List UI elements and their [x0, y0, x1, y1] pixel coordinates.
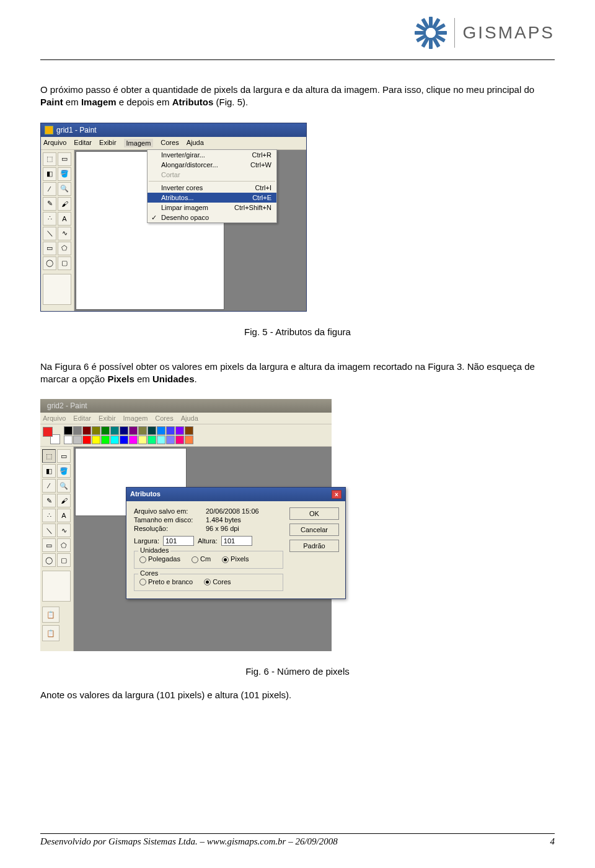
text-tool-icon[interactable]: A [58, 212, 71, 226]
eraser-tool-icon[interactable]: ◧ [42, 464, 56, 478]
rect-tool-icon[interactable]: ▭ [43, 242, 56, 255]
color-swatch[interactable] [101, 426, 110, 435]
color-swatch[interactable] [175, 436, 184, 444]
color-swatch[interactable] [157, 426, 165, 435]
menu-item-editar[interactable]: Editar [73, 414, 91, 422]
spray-tool-icon[interactable]: ∴ [43, 212, 56, 226]
color-swatch[interactable] [82, 426, 91, 435]
color-swatch[interactable] [175, 426, 184, 435]
color-swatch[interactable] [64, 436, 73, 444]
color-swatch[interactable] [73, 436, 82, 444]
ellipse-tool-icon[interactable]: ◯ [42, 553, 56, 567]
eraser-tool-icon[interactable]: ◧ [43, 167, 56, 181]
colors-title: Cores [138, 569, 160, 577]
menu-item-arquivo[interactable]: Arquivo [43, 414, 66, 422]
color-swatch[interactable] [138, 426, 147, 435]
zoom-tool-icon[interactable]: 🔍 [57, 479, 71, 493]
curve-tool-icon[interactable]: ∿ [57, 524, 71, 537]
roundrect-tool-icon[interactable]: ▢ [58, 256, 71, 270]
menu-limpar[interactable]: Limpar imagemCtrl+Shift+N [148, 203, 276, 213]
brush-tool-icon[interactable]: 🖌 [57, 494, 71, 507]
freeform-select-tool-icon[interactable]: ⬚ [42, 449, 56, 463]
cancel-button[interactable]: Cancelar [289, 524, 339, 536]
pencil-tool-icon[interactable]: ✎ [43, 197, 56, 211]
menu-item-exibir[interactable]: Exibir [99, 139, 117, 147]
pencil-tool-icon[interactable]: ✎ [42, 494, 56, 507]
menu-item-exibir[interactable]: Exibir [99, 414, 116, 422]
menu-item-arquivo[interactable]: Arquivo [43, 139, 66, 147]
extra-tool-1-icon[interactable]: 📋 [42, 607, 60, 623]
picker-tool-icon[interactable]: ⁄ [42, 479, 56, 493]
color-swatch[interactable] [101, 436, 110, 444]
height-label: Altura: [198, 537, 218, 545]
menu-desenho-opaco[interactable]: Desenho opaco [148, 213, 276, 222]
menu-item-imagem[interactable]: Imagem [123, 414, 148, 422]
color-swatch[interactable] [129, 436, 138, 444]
line-tool-icon[interactable]: ＼ [43, 227, 56, 240]
fill-tool-icon[interactable]: 🪣 [57, 464, 71, 478]
spray-tool-icon[interactable]: ∴ [42, 509, 56, 522]
color-swatch[interactable] [148, 436, 156, 444]
radio-cm[interactable]: Cm [192, 555, 211, 563]
tool-options [42, 571, 71, 602]
menu-item-cores[interactable]: Cores [155, 414, 173, 422]
color-swatch[interactable] [73, 426, 82, 435]
color-palette [40, 424, 332, 447]
brush-tool-icon[interactable]: 🖌 [58, 197, 71, 211]
color-swatch[interactable] [82, 436, 91, 444]
ellipse-tool-icon[interactable]: ◯ [43, 256, 56, 270]
color-swatch[interactable] [110, 426, 119, 435]
color-swatch[interactable] [120, 436, 128, 444]
canvas-area: Inverter/girar...Ctrl+R Alongar/distorce… [74, 150, 306, 311]
color-swatch[interactable] [166, 426, 175, 435]
color-swatch[interactable] [157, 436, 165, 444]
menu-item-cores[interactable]: Cores [161, 139, 178, 147]
radio-cores[interactable]: Cores [204, 578, 231, 586]
color-swatch[interactable] [92, 426, 100, 435]
polygon-tool-icon[interactable]: ⬠ [57, 538, 71, 552]
palette-grid[interactable] [64, 426, 193, 444]
picker-tool-icon[interactable]: ⁄ [43, 182, 56, 196]
color-swatch[interactable] [64, 426, 73, 435]
menu-item-ajuda[interactable]: Ajuda [181, 414, 198, 422]
page-footer: Desenvolvido por Gismaps Sistemas Ltda. … [40, 833, 555, 847]
menu-item-imagem[interactable]: Imagem [124, 139, 154, 147]
polygon-tool-icon[interactable]: ⬠ [58, 242, 71, 255]
radio-pixels[interactable]: Pixels [222, 555, 249, 563]
zoom-tool-icon[interactable]: 🔍 [58, 182, 71, 196]
roundrect-tool-icon[interactable]: ▢ [57, 553, 71, 567]
extra-tool-2-icon[interactable]: 📋 [42, 625, 60, 641]
width-input[interactable]: 101 [163, 536, 194, 546]
default-button[interactable]: Padrão [289, 540, 339, 552]
ok-button[interactable]: OK [289, 507, 339, 520]
rect-tool-icon[interactable]: ▭ [42, 538, 56, 552]
rect-select-tool-icon[interactable]: ▭ [57, 449, 71, 463]
text-tool-icon[interactable]: A [57, 509, 71, 522]
line-tool-icon[interactable]: ＼ [42, 524, 56, 537]
fill-tool-icon[interactable]: 🪣 [58, 167, 71, 181]
radio-polegadas[interactable]: Polegadas [139, 555, 180, 563]
color-swatch[interactable] [185, 436, 193, 444]
color-swatch[interactable] [129, 426, 138, 435]
height-input[interactable]: 101 [221, 536, 252, 546]
paragraph-1: O próximo passo é obter a quantidade de … [40, 84, 555, 109]
color-swatch[interactable] [92, 436, 100, 444]
menu-item-ajuda[interactable]: Ajuda [187, 139, 204, 147]
menu-atributos[interactable]: Atributos...Ctrl+E [148, 193, 276, 203]
color-swatch[interactable] [138, 436, 147, 444]
color-swatch[interactable] [185, 426, 193, 435]
color-swatch[interactable] [148, 426, 156, 435]
menu-alongar[interactable]: Alongar/distorcer...Ctrl+W [148, 160, 276, 170]
freeform-select-tool-icon[interactable]: ⬚ [43, 152, 56, 166]
color-swatch[interactable] [110, 436, 119, 444]
color-swatch[interactable] [166, 436, 175, 444]
radio-pb[interactable]: Preto e branco [139, 578, 193, 586]
fgbg-swatch[interactable] [43, 427, 60, 444]
close-icon[interactable]: × [332, 490, 342, 499]
menu-item-editar[interactable]: Editar [74, 139, 92, 147]
curve-tool-icon[interactable]: ∿ [58, 227, 71, 240]
menu-inverter-cores[interactable]: Inverter coresCtrl+I [148, 183, 276, 193]
color-swatch[interactable] [120, 426, 128, 435]
menu-inverter-girar[interactable]: Inverter/girar...Ctrl+R [148, 150, 276, 160]
rect-select-tool-icon[interactable]: ▭ [58, 152, 71, 166]
